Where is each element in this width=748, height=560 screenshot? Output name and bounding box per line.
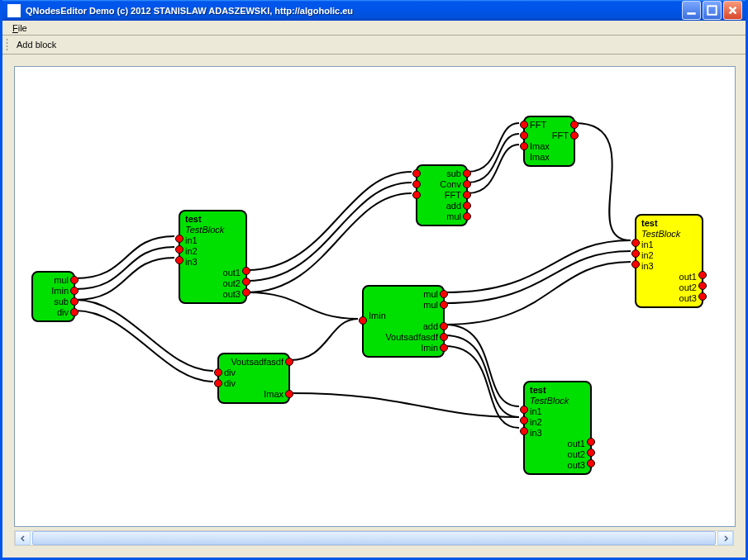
toolbar-grip[interactable] <box>6 38 8 51</box>
port-icon[interactable] <box>412 180 421 188</box>
port-icon[interactable] <box>463 212 471 221</box>
port-icon[interactable] <box>440 344 448 352</box>
port-icon[interactable] <box>463 180 471 188</box>
port-label: div <box>224 368 283 378</box>
port-label: in3 <box>530 428 585 439</box>
port-label: in3 <box>641 261 697 272</box>
menu-file[interactable]: File <box>7 21 32 35</box>
port-icon[interactable] <box>463 191 471 199</box>
port-icon[interactable] <box>570 121 579 129</box>
port-icon[interactable] <box>463 202 471 210</box>
port-icon[interactable] <box>520 131 528 140</box>
port-icon[interactable] <box>412 191 421 199</box>
port-label: Imax <box>530 152 569 163</box>
scroll-thumb[interactable] <box>32 531 716 545</box>
port-icon[interactable] <box>520 142 528 150</box>
port-icon[interactable] <box>631 260 640 268</box>
port-icon[interactable] <box>175 235 183 243</box>
toolbar: Add block <box>2 36 746 55</box>
port-label: Imin <box>369 343 438 354</box>
app-icon <box>7 4 21 17</box>
svg-rect-1 <box>708 6 716 14</box>
port-icon[interactable] <box>440 301 448 309</box>
port-icon[interactable] <box>520 416 528 425</box>
port-label: Voutsadfasdf <box>369 332 438 343</box>
node-block[interactable]: test TestBlock in1 in2 in3 out1 out2 out… <box>179 210 247 304</box>
port-icon[interactable] <box>242 288 250 297</box>
port-icon[interactable] <box>412 169 421 178</box>
port-label: in1 <box>530 406 585 417</box>
port-icon[interactable] <box>520 427 528 435</box>
port-icon[interactable] <box>70 297 79 306</box>
port-icon[interactable] <box>520 121 528 129</box>
scroll-right-button[interactable] <box>717 531 733 545</box>
port-label: out2 <box>185 278 241 289</box>
node-block[interactable]: sub Conv FFT add mul <box>416 164 468 226</box>
node-block[interactable]: mul mul Imin add Voutsadfasdf Imin <box>362 285 445 358</box>
node-block-selected[interactable]: test TestBlock in1 in2 in3 out1 out2 out… <box>635 214 703 308</box>
port-label: Imin <box>38 286 69 297</box>
port-icon[interactable] <box>70 276 79 284</box>
port-icon[interactable] <box>463 169 471 178</box>
node-canvas[interactable]: mul Imin sub div test TestBlock in1 in2 … <box>14 66 736 527</box>
port-label: FFT <box>530 131 569 141</box>
add-block-button[interactable]: Add block <box>12 38 61 51</box>
scroll-left-button[interactable] <box>15 531 31 545</box>
titlebar[interactable]: QNodesEditor Demo (c) 2012 STANISLAW ADA… <box>2 0 746 21</box>
node-block[interactable]: Voutsadfasdf div div Imax <box>217 353 290 404</box>
port-icon[interactable] <box>587 448 595 457</box>
port-label: in2 <box>641 250 697 261</box>
close-button[interactable] <box>723 1 742 20</box>
horizontal-scrollbar[interactable] <box>14 530 734 546</box>
port-icon[interactable] <box>285 390 293 398</box>
port-icon[interactable] <box>698 271 707 279</box>
port-icon[interactable] <box>570 131 579 140</box>
port-label: Imax <box>224 389 283 400</box>
port-icon[interactable] <box>631 239 640 247</box>
port-label: div <box>38 307 69 318</box>
node-title: test <box>185 214 241 225</box>
port-icon[interactable] <box>70 308 79 316</box>
svg-rect-0 <box>687 12 695 15</box>
port-icon[interactable] <box>587 438 595 446</box>
port-icon[interactable] <box>214 368 222 377</box>
port-icon[interactable] <box>175 245 183 254</box>
port-label: FFT <box>422 190 461 201</box>
port-icon[interactable] <box>520 406 528 414</box>
port-icon[interactable] <box>175 256 183 264</box>
port-icon[interactable] <box>587 459 595 467</box>
port-label: div <box>224 378 283 389</box>
port-label: in2 <box>185 246 241 257</box>
port-icon[interactable] <box>70 287 79 295</box>
port-label: in1 <box>641 240 697 250</box>
node-block[interactable]: test TestBlock in1 in2 in3 out1 out2 out… <box>523 381 592 475</box>
node-title: test <box>641 218 697 229</box>
port-label: add <box>422 201 461 211</box>
port-icon[interactable] <box>285 358 293 366</box>
node-block[interactable]: mul Imin sub div <box>31 271 75 322</box>
node-subtitle: TestBlock <box>641 229 697 240</box>
app-window: QNodesEditor Demo (c) 2012 STANISLAW ADA… <box>0 0 748 560</box>
port-icon[interactable] <box>242 267 250 275</box>
port-label: out2 <box>530 449 585 460</box>
node-block[interactable]: FFT FFT Imax Imax <box>523 116 575 167</box>
port-icon[interactable] <box>214 379 222 387</box>
port-label: in3 <box>185 257 241 268</box>
port-icon[interactable] <box>440 290 448 298</box>
port-label: sub <box>38 297 69 307</box>
port-icon[interactable] <box>440 333 448 341</box>
maximize-button[interactable] <box>703 1 722 20</box>
minimize-button[interactable] <box>682 1 701 20</box>
port-label: mul <box>369 289 438 300</box>
port-label: Imax <box>530 141 569 152</box>
node-subtitle: TestBlock <box>185 225 241 235</box>
port-icon[interactable] <box>698 292 707 301</box>
scroll-track[interactable] <box>31 531 717 545</box>
port-icon[interactable] <box>698 282 707 290</box>
port-icon[interactable] <box>631 249 640 258</box>
port-label: out1 <box>530 439 585 449</box>
port-icon[interactable] <box>359 316 367 325</box>
port-label: Voutsadfasdf <box>224 357 283 368</box>
port-icon[interactable] <box>440 322 448 330</box>
port-icon[interactable] <box>242 278 250 286</box>
